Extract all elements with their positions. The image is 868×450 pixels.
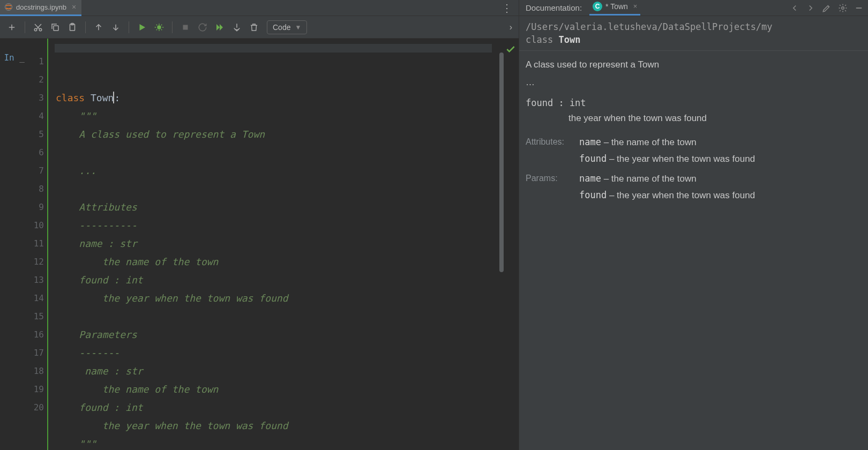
doc-tab-town[interactable]: C * Town × (589, 1, 640, 16)
arrow-left-icon[interactable] (790, 3, 799, 13)
code-editor[interactable]: In _ 1 2 3 4 5 6 7 8 9 10 11 12 13 14 (0, 39, 519, 450)
doc-attributes-label: Attributes: (526, 135, 579, 168)
documentation-panel: Documentation: C * Town × /Users/valeria… (519, 0, 868, 450)
delete-button[interactable] (246, 20, 261, 35)
copy-button[interactable] (48, 20, 63, 35)
editor-tab-bar: docstrings.ipynb × ⋮ (0, 0, 519, 16)
svg-point-0 (5, 4, 12, 11)
cell-type-dropdown[interactable]: Code ▼ (267, 20, 307, 34)
clear-outputs-button[interactable] (229, 20, 244, 35)
paste-button[interactable] (65, 20, 80, 35)
stop-button[interactable] (178, 20, 193, 35)
svg-point-1 (34, 28, 37, 31)
scrollbar-thumb[interactable] (499, 52, 504, 272)
arrow-right-icon[interactable] (806, 3, 815, 13)
editor-tab-docstrings[interactable]: docstrings.ipynb × (0, 0, 81, 16)
gear-icon[interactable] (838, 3, 848, 13)
close-icon[interactable]: × (72, 3, 76, 11)
move-down-button[interactable] (108, 20, 123, 35)
code-content[interactable]: class Town: """ A class used to represen… (55, 39, 503, 450)
chevron-down-icon: ▼ (295, 24, 301, 31)
close-icon[interactable]: × (633, 2, 638, 10)
doc-class-signature: class Town (519, 33, 868, 50)
edit-icon[interactable] (822, 3, 832, 13)
svg-point-2 (39, 28, 42, 31)
line-number-gutter: 1 2 3 4 5 6 7 8 9 10 11 12 13 14 15 16 1 (25, 39, 47, 450)
inspection-status[interactable] (503, 39, 519, 450)
editor-tab-label: docstrings.ipynb (16, 3, 66, 11)
restart-button[interactable] (195, 20, 210, 35)
svg-rect-7 (183, 25, 188, 29)
cut-button[interactable] (31, 20, 46, 35)
doc-params-label: Params: (526, 171, 579, 205)
svg-rect-3 (54, 26, 58, 31)
run-cell-button[interactable] (134, 20, 149, 35)
tab-overflow-icon[interactable]: ⋮ (502, 2, 512, 14)
doc-file-path: /Users/valeria.letusheva/DataSpellProjec… (519, 16, 868, 33)
class-badge-icon: C (593, 2, 602, 11)
notebook-toolbar: Code ▼ › (0, 16, 519, 39)
svg-point-8 (842, 6, 844, 9)
debug-button[interactable] (152, 20, 167, 35)
minimize-icon[interactable] (854, 3, 864, 13)
add-cell-button[interactable] (4, 20, 19, 35)
doc-body: A class used to represent a Town … found… (519, 51, 868, 212)
doc-summary: A class used to represent a Town (526, 57, 862, 72)
text-cursor (113, 92, 114, 103)
jupyter-icon (4, 3, 13, 11)
cell-type-label: Code (273, 23, 290, 32)
run-all-button[interactable] (212, 20, 227, 35)
svg-point-6 (157, 25, 161, 29)
toolbar-overflow-icon[interactable]: › (510, 22, 512, 32)
cell-prompt: In _ (0, 39, 25, 450)
fold-gutter[interactable] (47, 39, 55, 450)
checkmark-icon (505, 44, 516, 55)
move-up-button[interactable] (91, 20, 106, 35)
doc-panel-title: Documentation: (526, 3, 582, 12)
